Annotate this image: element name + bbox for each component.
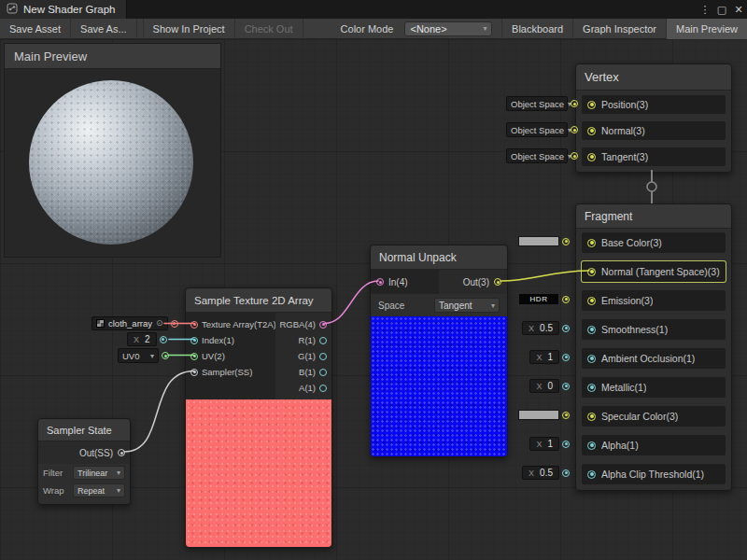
widget-output-port[interactable]	[162, 352, 169, 359]
dropdown-value: UV0	[122, 351, 139, 361]
sample-texture-2d-array-node[interactable]: Sample Texture 2D Array Texture Array(T2…	[185, 287, 332, 548]
float-field[interactable]: X1	[529, 437, 559, 451]
g-port-dot[interactable]	[319, 353, 327, 360]
window-tab[interactable]: New Shader Graph	[0, 0, 127, 19]
r-port-dot[interactable]	[319, 337, 327, 344]
float-field[interactable]: X0.5	[522, 321, 559, 335]
vertex-node-title: Vertex	[576, 64, 731, 91]
rgba-output-port: RGBA(4)	[275, 316, 327, 332]
alpha-clip-port-dot[interactable]	[587, 470, 596, 479]
color-mode-dropdown[interactable]: <None> ▾	[404, 21, 492, 36]
main-preview-button[interactable]: Main Preview	[666, 19, 747, 39]
main-preview-title[interactable]: Main Preview	[5, 44, 220, 69]
fragment-node[interactable]: Fragment Base Color(3) Normal (Tangent S…	[575, 203, 732, 491]
port-label: Sampler(SS)	[202, 367, 252, 377]
port-label: Texture Array(T2A)	[202, 319, 276, 329]
out-ss-port-dot[interactable]	[118, 449, 125, 456]
graph-canvas[interactable]: Main Preview Vertex Position(3) Normal(3…	[0, 39, 747, 560]
widget-output-port[interactable]	[562, 469, 570, 477]
widget-output-port[interactable]	[171, 320, 178, 328]
tangent-port-dot[interactable]	[587, 153, 596, 161]
normal-unpack-ports: In(4) Out(3)	[371, 270, 507, 294]
save-asset-button[interactable]: Save Asset	[0, 19, 71, 39]
rgba-port-dot[interactable]	[319, 321, 327, 329]
close-icon[interactable]: ✕	[730, 0, 747, 19]
port-label: Index(1)	[202, 335, 234, 345]
toolbar: Save Asset Save As... Show In Project Ch…	[0, 19, 747, 39]
sample-node-texture-preview	[186, 399, 331, 547]
normal-unpack-preview	[371, 316, 507, 456]
widget-output-port[interactable]	[571, 126, 578, 133]
widget-output-port[interactable]	[562, 325, 570, 332]
float-field[interactable]: X0.5	[522, 466, 559, 480]
space-dropdown[interactable]: Tangent▾	[434, 298, 500, 313]
widget-output-port[interactable]	[571, 152, 578, 160]
chevron-down-icon: ▾	[491, 301, 495, 310]
sampler-port-dot[interactable]	[190, 369, 198, 376]
widget-output-port[interactable]	[562, 383, 570, 390]
alpha-port-dot[interactable]	[587, 441, 596, 450]
port-label: A(1)	[299, 383, 316, 393]
in4-port-dot[interactable]	[376, 278, 384, 286]
filter-setting-row: Filter Trilinear▾	[38, 464, 130, 482]
widget-output-port[interactable]	[160, 336, 167, 343]
object-space-dropdown[interactable]: Object Space▾	[506, 122, 568, 137]
maximize-icon[interactable]: ▢	[713, 0, 730, 19]
hdr-color-swatch[interactable]: HDR	[518, 293, 559, 305]
normal-unpack-node[interactable]: Normal Unpack In(4) Out(3) Space Tangent…	[370, 245, 508, 457]
widget-output-port[interactable]	[571, 100, 578, 107]
port-label: Base Color(3)	[601, 237, 662, 248]
uv-port-dot[interactable]	[190, 353, 198, 360]
uv-channel-dropdown[interactable]: UV0▾	[118, 348, 159, 363]
emission-port-dot[interactable]	[587, 297, 596, 305]
port-label: Position(3)	[601, 99, 648, 110]
position-port-dot[interactable]	[587, 101, 596, 109]
smoothness-port-dot[interactable]	[587, 326, 596, 334]
metallic-port-dot[interactable]	[587, 384, 596, 392]
texture-object-field[interactable]: cloth_array ⊙	[92, 316, 168, 330]
sampler-state-node[interactable]: Sampler State Out(SS) Filter Trilinear▾ …	[37, 418, 131, 505]
filter-dropdown[interactable]: Trilinear▾	[73, 466, 125, 480]
widget-output-port[interactable]	[562, 238, 570, 245]
port-label: Ambient Occlusion(1)	[601, 353, 695, 364]
base-color-port-dot[interactable]	[587, 239, 596, 247]
blackboard-button[interactable]: Blackboard	[501, 19, 572, 39]
ambient-occlusion-port-dot[interactable]	[587, 355, 596, 363]
main-preview-panel[interactable]: Main Preview	[4, 43, 221, 258]
specular-color-port-dot[interactable]	[587, 413, 596, 421]
object-picker-icon[interactable]: ⊙	[156, 319, 163, 328]
check-out-button[interactable]: Check Out	[235, 19, 303, 39]
object-space-dropdown[interactable]: Object Space▾	[506, 148, 568, 163]
more-menu-icon[interactable]: ⋮	[697, 0, 713, 19]
index-port-dot[interactable]	[190, 337, 198, 344]
vertex-node[interactable]: Vertex Position(3) Normal(3) Tangent(3)	[575, 63, 732, 173]
save-as-button[interactable]: Save As...	[71, 19, 137, 39]
vertex-fragment-connector-handle	[647, 182, 656, 191]
texture-array-input-port: Texture Array(T2A)	[190, 316, 275, 332]
window-controls: ⋮ ▢ ✕	[697, 0, 747, 19]
out3-port-dot[interactable]	[494, 278, 501, 286]
vertex-node-rows: Position(3) Normal(3) Tangent(3)	[576, 91, 731, 172]
normal-port-dot[interactable]	[587, 127, 596, 135]
vertex-port-tangent: Tangent(3)	[582, 147, 726, 166]
in4-input-port: In(4)	[371, 270, 439, 294]
widget-output-port[interactable]	[562, 354, 570, 361]
show-in-project-button[interactable]: Show In Project	[143, 19, 235, 39]
widget-output-port[interactable]	[562, 412, 570, 419]
widget-output-port[interactable]	[562, 441, 570, 448]
color-swatch[interactable]	[518, 236, 559, 246]
texture-array-port-dot[interactable]	[190, 321, 198, 329]
b-port-dot[interactable]	[319, 369, 327, 376]
object-space-dropdown[interactable]: Object Space▾	[506, 96, 568, 111]
port-label: Alpha(1)	[601, 440, 639, 451]
float-field[interactable]: X1	[529, 350, 559, 364]
color-swatch[interactable]	[518, 410, 559, 420]
texture-icon	[96, 319, 105, 328]
float-field[interactable]: X2	[127, 332, 157, 346]
wrap-dropdown[interactable]: Repeat▾	[73, 483, 125, 497]
widget-output-port[interactable]	[562, 296, 570, 303]
normal-tangent-port-dot[interactable]	[587, 268, 596, 276]
float-field[interactable]: X0	[529, 379, 559, 393]
a-port-dot[interactable]	[319, 385, 327, 392]
graph-inspector-button[interactable]: Graph Inspector	[572, 19, 666, 39]
